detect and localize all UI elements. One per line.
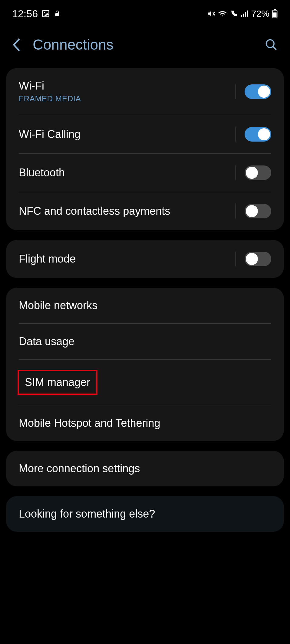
status-time: 12:56 <box>12 8 38 20</box>
looking-for-row[interactable]: Looking for something else? <box>6 496 284 532</box>
mute-icon <box>207 9 216 18</box>
status-bar: 12:56 72% <box>0 0 290 24</box>
flight-mode-toggle[interactable] <box>245 252 271 266</box>
battery-percent: 72% <box>251 8 269 19</box>
lock-icon <box>54 9 61 18</box>
row-title: Wi-Fi Calling <box>19 128 235 141</box>
wifi-toggle[interactable] <box>245 84 271 99</box>
nfc-row[interactable]: NFC and contactless payments <box>6 192 284 230</box>
row-title: Wi-Fi <box>19 80 235 92</box>
svg-rect-2 <box>55 13 59 16</box>
nfc-toggle[interactable] <box>245 204 271 218</box>
svg-rect-11 <box>273 12 276 17</box>
sim-manager-row[interactable]: SIM manager <box>6 360 284 405</box>
page-title: Connections <box>33 36 252 53</box>
battery-icon <box>272 9 278 18</box>
svg-point-1 <box>44 12 45 13</box>
status-right: 72% <box>207 8 278 19</box>
row-title: Mobile Hotspot and Tethering <box>19 417 271 430</box>
row-title: Flight mode <box>19 253 235 265</box>
svg-rect-6 <box>243 14 244 17</box>
svg-rect-5 <box>241 15 242 17</box>
bluetooth-toggle[interactable] <box>245 165 271 180</box>
mobile-networks-row[interactable]: Mobile networks <box>6 288 284 323</box>
toggle-divider <box>235 165 236 180</box>
wifi-row[interactable]: Wi-Fi FRAMED MEDIA <box>6 68 284 115</box>
settings-group: More connection settings <box>6 451 284 486</box>
row-title: Mobile networks <box>19 299 271 312</box>
row-title: More connection settings <box>19 462 271 475</box>
svg-line-13 <box>273 46 276 50</box>
header: Connections <box>0 24 290 68</box>
search-button[interactable] <box>265 38 278 51</box>
mobile-hotspot-row[interactable]: Mobile Hotspot and Tethering <box>6 405 284 441</box>
wifi-icon <box>218 10 227 17</box>
data-usage-row[interactable]: Data usage <box>6 324 284 359</box>
wifi-calling-toggle[interactable] <box>245 127 271 142</box>
more-connection-row[interactable]: More connection settings <box>6 451 284 486</box>
back-button[interactable] <box>12 38 21 52</box>
settings-group: Flight mode <box>6 240 284 278</box>
status-left: 12:56 <box>12 8 61 20</box>
wifi-calling-icon <box>229 10 239 18</box>
wifi-calling-row[interactable]: Wi-Fi Calling <box>6 115 284 153</box>
toggle-divider <box>235 84 236 99</box>
settings-group: Wi-Fi FRAMED MEDIA Wi-Fi Calling Bluetoo… <box>6 68 284 230</box>
row-title: Data usage <box>19 335 271 348</box>
row-title: Bluetooth <box>19 166 235 179</box>
settings-group: Looking for something else? <box>6 496 284 532</box>
image-icon <box>41 9 50 18</box>
row-title: Looking for something else? <box>19 508 271 520</box>
toggle-divider <box>235 204 236 219</box>
bluetooth-row[interactable]: Bluetooth <box>6 154 284 192</box>
row-title: SIM manager <box>18 370 97 395</box>
row-title: NFC and contactless payments <box>19 205 235 217</box>
flight-mode-row[interactable]: Flight mode <box>6 240 284 278</box>
toggle-divider <box>235 251 236 266</box>
signal-icon <box>241 10 249 17</box>
svg-rect-10 <box>274 9 276 10</box>
svg-rect-7 <box>245 12 246 17</box>
row-subtitle: FRAMED MEDIA <box>19 94 235 103</box>
svg-rect-8 <box>247 11 248 17</box>
settings-group: Mobile networks Data usage SIM manager M… <box>6 288 284 441</box>
toggle-divider <box>235 127 236 142</box>
svg-point-12 <box>266 40 274 47</box>
